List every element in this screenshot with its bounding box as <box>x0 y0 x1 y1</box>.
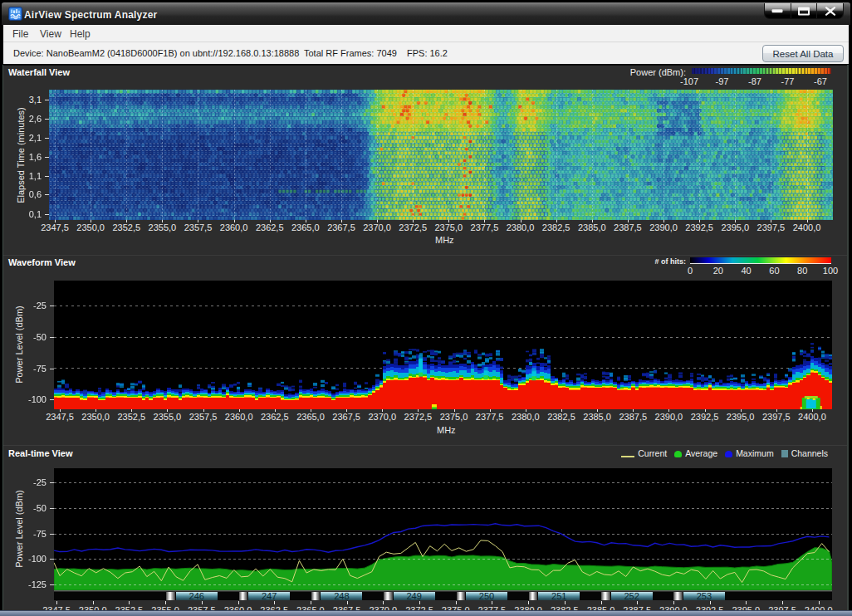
waterfall-x-axis-label: MHz <box>435 235 454 245</box>
tick-label: Average <box>685 448 717 458</box>
channel-label-246[interactable]: 246 <box>176 592 218 600</box>
tick-mark <box>50 369 54 369</box>
channel-boundary-marker <box>384 592 393 600</box>
channel-label-248[interactable]: 248 <box>321 592 362 600</box>
tick-label: 2355,0 <box>151 412 183 422</box>
realtime-plot-baseline <box>54 590 832 591</box>
total-frames-label: Total RF Frames: 7049 <box>304 48 397 58</box>
tick-mark <box>45 157 49 158</box>
tick-mark <box>565 601 566 604</box>
channel-label-250[interactable]: 250 <box>466 592 507 600</box>
tick-label: 60 <box>761 266 786 276</box>
tick-label: 2362,5 <box>254 222 286 232</box>
tick-mark <box>50 399 54 400</box>
tick-label: 2350,0 <box>80 412 111 422</box>
channel-label-249[interactable]: 249 <box>394 592 435 600</box>
tick-label: 2352,5 <box>110 222 142 232</box>
power-legend-gradient <box>692 68 831 74</box>
tick-label: 2392,5 <box>683 222 715 232</box>
tick-label: 1,1 <box>10 171 42 181</box>
tick-label: 2377,5 <box>474 412 506 422</box>
tick-label: -25 <box>15 301 47 310</box>
hits-legend-label: # of hits: <box>655 257 687 266</box>
tick-label: 2397,5 <box>755 222 786 232</box>
tick-label: 2365,0 <box>290 222 321 232</box>
tick-label: -75 <box>15 529 47 539</box>
channel-ruler[interactable]: 246247248249250251252253 <box>54 592 832 600</box>
tick-mark <box>383 601 384 604</box>
channel-boundary-marker <box>166 592 175 600</box>
tick-label: -125 <box>15 579 47 589</box>
tick-label: 2380,0 <box>510 412 541 422</box>
maximize-icon <box>798 7 810 15</box>
realtime-chart[interactable] <box>54 468 832 590</box>
minimize-button[interactable] <box>765 3 791 18</box>
tick-label: 2350,0 <box>75 222 106 232</box>
window-left-border <box>2 65 3 612</box>
waveform-header: Waveform View <box>8 257 76 267</box>
tick-mark <box>45 100 49 100</box>
device-info-bar: Device: NanoBeamM2 (0418D6000F1B) on ubn… <box>3 42 849 64</box>
app-icon <box>8 7 22 21</box>
menu-file[interactable]: File <box>9 27 32 41</box>
tick-mark <box>45 119 49 120</box>
maximize-button[interactable] <box>791 3 818 18</box>
tick-label: 2375,0 <box>438 412 470 422</box>
channel-label-253[interactable]: 253 <box>683 592 725 600</box>
tick-mark <box>45 138 49 139</box>
tick-label: 2377,5 <box>468 222 500 232</box>
tick-label: -107 <box>677 76 702 86</box>
tick-mark <box>347 601 348 604</box>
tick-label: 2385,0 <box>576 222 608 232</box>
tick-label: 2362,5 <box>259 412 291 422</box>
window-title: AirView Spectrum Analyzer <box>24 9 157 21</box>
tick-mark <box>45 176 49 177</box>
tick-label: 2347,5 <box>39 222 71 232</box>
tick-label: 2370,0 <box>366 412 398 422</box>
tick-label: 2372,5 <box>397 222 428 232</box>
close-button[interactable] <box>817 3 843 18</box>
section-divider-2 <box>3 445 849 446</box>
tick-label: 0,6 <box>10 189 42 199</box>
tick-label: 2375,0 <box>433 222 464 232</box>
waterfall-spectrogram[interactable] <box>49 90 833 220</box>
tick-mark <box>202 601 203 604</box>
channel-label-252[interactable]: 252 <box>611 592 653 600</box>
channel-label-247[interactable]: 247 <box>248 592 290 600</box>
title-bar[interactable]: AirView Spectrum Analyzer <box>2 2 850 25</box>
tick-label: 2387,5 <box>617 412 649 422</box>
section-divider <box>3 255 849 256</box>
tick-mark <box>673 601 674 604</box>
tick-label: 2382,5 <box>546 412 577 422</box>
tick-label: 2367,5 <box>326 222 357 232</box>
main-area: Waterfall View Power (dBm): Elapsed Time… <box>3 66 849 612</box>
tick-label: 2382,5 <box>541 222 572 232</box>
tick-label: -87 <box>742 76 767 86</box>
tick-label: Channels <box>791 448 828 458</box>
tick-mark <box>165 601 166 604</box>
tick-label: 2380,0 <box>505 222 536 232</box>
tick-label: 2400,0 <box>791 222 823 232</box>
tick-mark <box>528 601 529 604</box>
tick-label: -25 <box>15 477 47 487</box>
tick-mark <box>637 601 638 604</box>
tick-mark <box>50 482 54 483</box>
window-right-border <box>847 65 849 612</box>
channel-label-251[interactable]: 251 <box>538 592 580 600</box>
menu-help[interactable]: Help <box>66 27 94 41</box>
menu-view[interactable]: View <box>37 27 65 41</box>
tick-label: Maximum <box>736 448 774 458</box>
tick-label: -50 <box>15 332 47 342</box>
tick-label: 3,1 <box>10 95 42 105</box>
tick-label: 100 <box>818 266 843 276</box>
tick-label: 2365,0 <box>295 412 326 422</box>
tick-label: 20 <box>706 266 731 276</box>
legend-swatch-channels <box>781 450 788 457</box>
waveform-chart[interactable] <box>54 281 832 409</box>
reset-all-data-button[interactable]: Reset All Data <box>762 45 844 62</box>
close-icon <box>825 7 835 16</box>
tick-label: 2357,5 <box>182 222 213 232</box>
tick-label: 2397,5 <box>761 412 792 422</box>
tick-mark <box>45 194 49 195</box>
tick-mark <box>456 601 457 604</box>
